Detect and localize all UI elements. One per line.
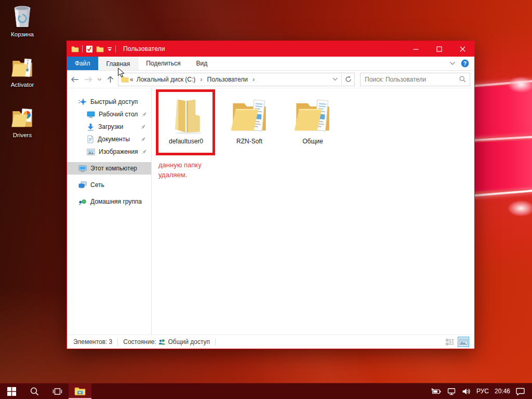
ribbon-tabs: Файл Главная Поделиться Вид ? [67, 57, 474, 71]
folder-empty-icon [157, 94, 215, 137]
toolbar-caret-icon[interactable] [107, 47, 112, 51]
volume-icon[interactable] [462, 388, 471, 395]
desktop-icon-list: Корзина Activator [4, 3, 41, 154]
sidebar-item-this-pc[interactable]: Этот компьютер [67, 162, 151, 175]
details-view-button[interactable] [444, 337, 456, 347]
sidebar-item-desktop[interactable]: Рабочий стол [67, 108, 151, 121]
window-controls [404, 41, 474, 57]
sidebar-item-quick-access[interactable]: Быстрый доступ [67, 96, 151, 108]
language-indicator[interactable]: РУС [476, 388, 489, 395]
task-view-button[interactable] [46, 383, 69, 399]
desktop-icon-recycle-bin[interactable]: Корзина [4, 3, 41, 38]
breadcrumb-collapsed-marker[interactable]: « [130, 76, 134, 83]
folder-with-files-icon [284, 94, 342, 137]
maximize-button[interactable] [428, 41, 451, 57]
shared-people-icon [158, 339, 166, 345]
network-icon [78, 181, 87, 189]
battery-icon[interactable] [431, 388, 441, 395]
status-separator [117, 338, 118, 345]
pictures-photo-icon [87, 149, 95, 155]
search-input[interactable] [361, 76, 459, 83]
folder-tile-rzn-soft[interactable]: RZN-Soft [220, 94, 278, 145]
state-label: Состояние: [123, 338, 156, 345]
up-button[interactable] [103, 73, 117, 86]
folder-name: Общие [284, 138, 342, 145]
network-tray-icon[interactable] [447, 388, 456, 395]
search-box[interactable] [360, 73, 470, 86]
folder-tile-defaultuser0[interactable]: defaultuser0 [157, 94, 215, 145]
desktop-icon-label: Корзина [4, 31, 41, 38]
sidebar-item-documents[interactable]: Документы [67, 133, 151, 145]
recycle-bin-icon [4, 3, 41, 29]
file-explorer-taskbar-button[interactable] [69, 383, 91, 399]
collapse-ribbon-chevron-icon[interactable] [449, 61, 456, 65]
explorer-window: Пользователи Файл Главная Поделиться Вид… [66, 41, 475, 349]
taskbar: РУС 20:46 [0, 383, 532, 399]
sidebar-item-downloads[interactable]: Загрузки [67, 121, 151, 133]
desktop-icon-label: Activator [4, 82, 41, 88]
desktop-icon-activator[interactable]: Activator [4, 54, 41, 88]
pin-icon [141, 149, 147, 155]
refresh-button[interactable] [342, 74, 354, 85]
sidebar-item-homegroup[interactable]: Домашняя группа [67, 195, 151, 208]
homegroup-icon [78, 198, 87, 206]
items-count: Элементов: 3 [73, 338, 112, 345]
folder-name: defaultuser0 [157, 138, 215, 145]
forward-button[interactable] [82, 73, 95, 86]
back-button[interactable] [68, 73, 82, 86]
status-separator [215, 338, 216, 345]
clock[interactable]: 20:46 [495, 388, 510, 395]
taskbar-search-button[interactable] [23, 383, 46, 399]
this-pc-icon [78, 165, 87, 172]
desktop-icon-label: Drivers [4, 132, 41, 139]
tab-home[interactable]: Главная [98, 57, 139, 70]
recent-locations-chevron-icon[interactable] [95, 73, 103, 86]
toolbar-separator [115, 45, 116, 52]
properties-check-icon[interactable] [86, 45, 93, 53]
quick-access-toolbar [67, 45, 116, 53]
address-bar[interactable]: « Локальный диск (C:) › Пользователи › [118, 73, 355, 86]
status-bar: Элементов: 3 Состояние: Общий доступ [67, 335, 474, 349]
breadcrumb-separator[interactable]: › [252, 75, 255, 83]
search-icon[interactable] [459, 76, 470, 83]
navigation-pane: Быстрый доступ Рабочий стол Загрузки [67, 88, 151, 335]
breadcrumb-drive[interactable]: Локальный диск (C:) [137, 76, 196, 83]
folder-tile-obshchie[interactable]: Общие [284, 94, 342, 145]
toolbar-separator [82, 45, 83, 52]
file-explorer-icon [74, 386, 86, 396]
quick-access-star-icon [78, 98, 87, 106]
desktop-monitor-icon [87, 111, 95, 118]
pin-icon [140, 124, 146, 130]
large-icons-view-button[interactable] [458, 337, 469, 347]
minimize-button[interactable] [404, 41, 428, 57]
documents-page-icon [87, 135, 94, 143]
title-bar[interactable]: Пользователи [67, 41, 474, 57]
address-dropdown-chevron-icon[interactable] [329, 74, 341, 85]
folder-with-files-icon [220, 94, 278, 137]
breadcrumb-separator[interactable]: › [200, 75, 202, 83]
new-folder-icon[interactable] [96, 46, 104, 52]
tab-share[interactable]: Поделиться [138, 57, 188, 70]
window-title: Пользователи [123, 45, 165, 52]
annotation-text: данную папку удаляем. [158, 160, 202, 180]
help-icon[interactable]: ? [461, 59, 469, 68]
close-button[interactable] [451, 41, 474, 57]
desktop-icon-drivers[interactable]: Drivers [4, 104, 41, 139]
tab-view[interactable]: Вид [188, 57, 215, 70]
pin-icon [140, 137, 146, 142]
folder-driverpack-icon [4, 104, 41, 130]
start-button[interactable] [0, 383, 23, 399]
pin-icon [141, 112, 147, 117]
sidebar-item-pictures[interactable]: Изображения [67, 145, 151, 158]
explorer-folder-icon[interactable] [71, 46, 79, 52]
notification-center-icon[interactable] [516, 388, 525, 395]
file-list: defaultuser0 [152, 88, 474, 335]
tab-file[interactable]: Файл [67, 57, 98, 70]
folder-name: RZN-Soft [220, 138, 278, 145]
breadcrumb-users[interactable]: Пользователи [207, 76, 248, 83]
sidebar-item-network[interactable]: Сеть [67, 179, 151, 191]
address-folder-icon [121, 76, 129, 83]
downloads-arrow-icon [87, 123, 95, 131]
navigation-bar: « Локальный диск (C:) › Пользователи › [67, 71, 474, 88]
folder-zip-icon [4, 54, 41, 79]
